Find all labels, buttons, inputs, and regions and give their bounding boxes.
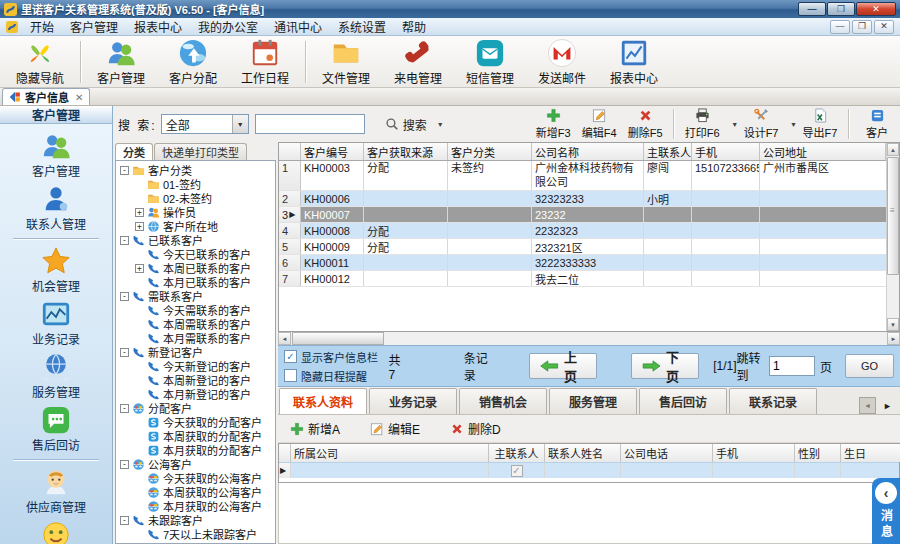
show-info-checkbox[interactable]: ✓ 显示客户信息栏 (284, 349, 387, 365)
table-row[interactable]: 7KH00012我去二位 (279, 271, 886, 287)
table-row[interactable]: 3▶KH0000723232 (279, 207, 886, 223)
toolbar-button-mail[interactable]: 发送邮件 (526, 38, 598, 86)
column-header[interactable]: 生日 (841, 444, 900, 462)
action-add-button[interactable]: 新增F3 (530, 107, 576, 141)
detail-tab-联系记录[interactable]: 联系记录 (729, 388, 817, 414)
column-header[interactable]: 公司地址 (760, 143, 886, 160)
go-button[interactable]: GO (845, 354, 894, 378)
column-header[interactable]: 客户编号 (301, 143, 364, 160)
mdi-restore-button[interactable]: ❐ (852, 20, 872, 34)
tree-node[interactable]: 本周获取的分配客户 (118, 429, 275, 443)
mdi-close-button[interactable]: ✕ (874, 20, 894, 34)
tab-scroll-right-icon[interactable]: ► (879, 397, 896, 414)
column-header[interactable]: 客户获取来源 (364, 143, 448, 160)
column-header[interactable]: 所属公司 (291, 444, 489, 462)
category-tab[interactable]: 分类 (115, 143, 153, 160)
scroll-left-icon[interactable]: ◄ (278, 332, 291, 345)
category-tab[interactable]: 快递单打印类型 (154, 143, 247, 160)
collapse-icon[interactable]: - (120, 292, 129, 301)
checkbox-unchecked-icon[interactable] (284, 369, 297, 382)
toolbar-button-customers[interactable]: 客户管理 (85, 38, 157, 86)
tree-node[interactable]: -已联系客户 (118, 233, 275, 247)
tree-node[interactable]: 今天需联系的客户 (118, 303, 275, 317)
prev-page-button[interactable]: 上页 (529, 353, 597, 379)
tree-node[interactable]: 本月需联系的客户 (118, 331, 275, 345)
tree-node[interactable]: -未跟踪客户 (118, 513, 275, 527)
scrollbar-thumb[interactable] (887, 157, 899, 275)
scroll-down-icon[interactable]: ▼ (887, 318, 899, 331)
detail-tab-售后回访[interactable]: 售后回访 (639, 388, 727, 414)
tree-node[interactable]: 今天新登记的客户 (118, 359, 275, 373)
detail-tab-业务记录[interactable]: 业务记录 (369, 388, 457, 414)
minimize-button[interactable]: — (798, 2, 826, 16)
sidebar-item-机会管理[interactable]: 机会管理 (6, 243, 106, 296)
horizontal-scrollbar[interactable]: ◄ ► (278, 332, 900, 345)
column-header[interactable]: 联系人姓名 (545, 444, 621, 462)
tab-scroll-left-icon[interactable]: ◄ (859, 397, 876, 414)
menu-item[interactable]: 开始 (22, 20, 62, 36)
mdi-minimize-button[interactable]: — (830, 20, 850, 34)
column-header[interactable]: 手机 (692, 143, 760, 160)
toolbar-button-report[interactable]: 报表中心 (598, 38, 670, 86)
expand-icon[interactable]: + (135, 222, 144, 231)
tree-node[interactable]: -新登记客户 (118, 345, 275, 359)
tree-node[interactable]: 本月获取的公海客户 (118, 499, 275, 513)
scroll-up-icon[interactable]: ▲ (887, 143, 899, 156)
sidebar-item-extra[interactable] (6, 517, 106, 544)
toolbar-button-assign-globe[interactable]: 客户分配 (157, 38, 229, 86)
table-row[interactable]: 1KH00003分配未签约广州金林科技药物有限公司廖闯15107233665广州… (279, 161, 886, 191)
search-button[interactable]: 搜索 ▼ (379, 112, 450, 136)
tree-node[interactable]: 本月新登记的客户 (118, 387, 275, 401)
column-header[interactable]: 性别 (795, 444, 841, 462)
tree-node[interactable]: 今天已联系的客户 (118, 247, 275, 261)
tree-node[interactable]: -分配客户 (118, 401, 275, 415)
detail-tab-销售机会[interactable]: 销售机会 (459, 388, 547, 414)
sidebar-item-服务管理[interactable]: 服务管理 (6, 349, 106, 402)
table-row[interactable]: ▶✓ (279, 462, 899, 478)
menu-item[interactable]: 帮助 (394, 20, 434, 36)
detail-action-delete-button[interactable]: 删除D (446, 418, 505, 439)
next-page-button[interactable]: 下页 (631, 353, 699, 379)
chevron-left-icon[interactable]: ‹ (875, 482, 897, 504)
close-button[interactable]: ✕ (856, 2, 896, 16)
tree-node[interactable]: +客户所在地 (118, 219, 275, 233)
column-header[interactable]: 公司电话 (621, 444, 713, 462)
collapse-icon[interactable]: - (120, 236, 129, 245)
tree-node[interactable]: -公海客户 (118, 457, 275, 471)
sidebar-item-售后回访[interactable]: 售后回访 (6, 402, 106, 455)
checkbox-checked-icon[interactable]: ✓ (284, 350, 297, 363)
action-delete-button[interactable]: 删除F5 (622, 107, 668, 141)
tree-node[interactable]: 02-未签约 (118, 191, 275, 205)
collapse-icon[interactable]: - (120, 460, 129, 469)
tree-node[interactable]: +本周已联系的客户 (118, 261, 275, 275)
tree-node[interactable]: -客户分类 (118, 163, 275, 177)
sidebar-item-联系人管理[interactable]: 联系人管理 (6, 181, 106, 234)
table-row[interactable]: 5KH00009分配232321区 (279, 239, 886, 255)
scrollbar-thumb[interactable] (292, 332, 384, 345)
chevron-down-icon[interactable]: ▼ (437, 121, 444, 128)
menu-item[interactable]: 通讯中心 (266, 20, 330, 36)
toolbar-button-phone-red[interactable]: 来电管理 (382, 38, 454, 86)
collapse-icon[interactable]: - (120, 404, 129, 413)
sidebar-item-客户管理[interactable]: 客户管理 (6, 128, 106, 181)
sidebar-item-供应商管理[interactable]: 供应商管理 (6, 464, 106, 517)
scroll-right-icon[interactable]: ► (887, 332, 900, 345)
jump-page-input[interactable] (769, 356, 815, 376)
sidebar-item-业务记录[interactable]: 业务记录 (6, 296, 106, 349)
column-header[interactable]: 客户分类 (448, 143, 532, 160)
menu-item[interactable]: 我的办公室 (190, 20, 266, 36)
detail-action-add-button[interactable]: 新增A (286, 418, 344, 439)
tab-customer-info[interactable]: 客户信息 ✕ (2, 88, 90, 105)
search-input[interactable] (255, 114, 365, 134)
tree-node[interactable]: 今天获取的分配客户 (118, 415, 275, 429)
search-scope-select[interactable]: 全部 ▼ (161, 114, 249, 134)
action-print-button[interactable]: 打印F6 (679, 107, 725, 141)
menu-item[interactable]: 系统设置 (330, 20, 394, 36)
action-custinfo-button[interactable]: 客户 (854, 107, 900, 141)
restore-button[interactable]: ❐ (827, 2, 855, 16)
action-design-button[interactable]: 设计F7 (738, 107, 784, 141)
menu-item[interactable]: 报表中心 (126, 20, 190, 36)
tree-node[interactable]: 本周新登记的客户 (118, 373, 275, 387)
detail-action-edit-button[interactable]: 编辑E (366, 418, 424, 439)
column-header[interactable]: 主联系人 (489, 444, 545, 462)
